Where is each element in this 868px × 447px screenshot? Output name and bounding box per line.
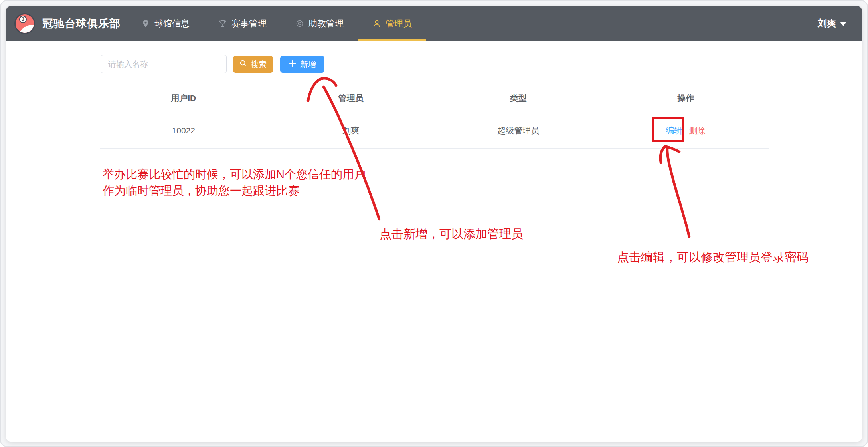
- nav-item-venue-info[interactable]: 球馆信息: [127, 6, 204, 41]
- column-header-type: 类型: [435, 93, 602, 104]
- table-header-row: 用户ID 管理员 类型 操作: [100, 84, 769, 113]
- nav-item-administrators[interactable]: 管理员: [358, 6, 426, 41]
- column-header-user-id: 用户ID: [100, 93, 267, 104]
- delete-link[interactable]: 删除: [689, 125, 706, 136]
- cell-admin: 刘爽: [267, 125, 435, 136]
- search-button-label: 搜索: [251, 59, 267, 70]
- nav-label: 球馆信息: [154, 18, 190, 30]
- annotation-edit-tip: 点击编辑，可以修改管理员登录密码: [617, 249, 809, 266]
- edit-arrow-shaft: [667, 147, 689, 237]
- ball-crescent: [17, 22, 35, 34]
- cell-user-id: 10022: [100, 126, 267, 135]
- table-row: 10022 刘爽 超级管理员 编辑 删除: [100, 113, 769, 149]
- billiard-ball-logo: 3: [14, 13, 35, 34]
- user-name: 刘爽: [818, 17, 836, 30]
- brand-title: 冠驰台球俱乐部: [42, 16, 121, 31]
- nav-item-assistant-management[interactable]: 助教管理: [281, 6, 358, 41]
- location-pin-icon: [141, 19, 150, 28]
- edit-link[interactable]: 编辑: [666, 125, 682, 136]
- add-button[interactable]: 新增: [280, 56, 324, 73]
- add-button-label: 新增: [300, 59, 316, 70]
- trophy-icon: [218, 19, 227, 28]
- column-header-actions: 操作: [602, 93, 770, 104]
- cell-type: 超级管理员: [435, 125, 602, 136]
- search-button[interactable]: 搜索: [233, 56, 273, 73]
- top-navbar: 3 冠驰台球俱乐部 球馆信息: [6, 6, 862, 41]
- nav-label: 管理员: [386, 18, 412, 30]
- annotation-note-line2: 作为临时管理员，协助您一起跟进比赛: [103, 183, 366, 199]
- user-menu[interactable]: 刘爽: [818, 17, 846, 30]
- person-icon: [372, 19, 381, 28]
- annotation-add-tip: 点击新增，可以添加管理员: [380, 226, 523, 242]
- column-header-admin: 管理员: [267, 93, 435, 104]
- main-card: 3 冠驰台球俱乐部 球馆信息: [6, 6, 862, 442]
- search-icon: [239, 60, 247, 69]
- nav-label: 赛事管理: [231, 18, 267, 30]
- annotation-note: 举办比赛比较忙的时候，可以添加N个您信任的用户 作为临时管理员，协助您一起跟进比…: [103, 166, 366, 199]
- annotation-note-line1: 举办比赛比较忙的时候，可以添加N个您信任的用户: [103, 166, 366, 183]
- nav-label: 助教管理: [308, 18, 344, 30]
- whistle-icon: [295, 19, 304, 28]
- cell-actions: 编辑 删除: [602, 125, 770, 136]
- ball-number: 3: [19, 16, 27, 23]
- plus-icon: [289, 60, 297, 70]
- app-window: 3 冠驰台球俱乐部 球馆信息: [0, 0, 868, 447]
- nav-item-event-management[interactable]: 赛事管理: [204, 6, 281, 41]
- admin-table: 用户ID 管理员 类型 操作 10022 刘爽 超级管理员 编辑 删除: [100, 84, 769, 149]
- edit-arrow-head-left: [660, 146, 665, 163]
- search-input[interactable]: [101, 55, 227, 73]
- chevron-down-icon: [840, 22, 846, 26]
- main-nav: 球馆信息 赛事管理: [127, 6, 426, 41]
